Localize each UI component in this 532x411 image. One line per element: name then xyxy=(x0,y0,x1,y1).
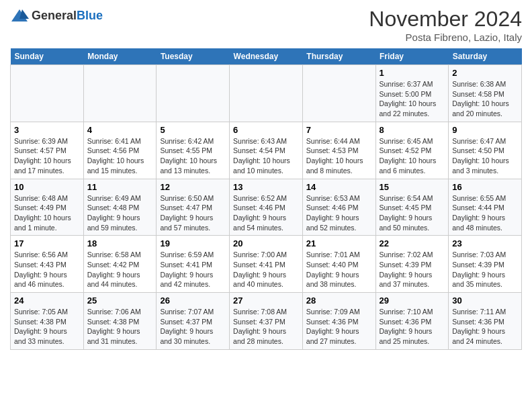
calendar-cell: 7Sunrise: 6:44 AMSunset: 4:53 PMDaylight… xyxy=(302,122,375,179)
calendar-cell: 23Sunrise: 7:03 AMSunset: 4:39 PMDayligh… xyxy=(449,236,522,293)
calendar-cell: 25Sunrise: 7:06 AMSunset: 4:38 PMDayligh… xyxy=(83,293,157,350)
day-info: Sunrise: 6:37 AMSunset: 5:00 PMDaylight:… xyxy=(380,79,445,119)
logo-general: GeneralBlue xyxy=(32,9,103,23)
calendar-cell: 14Sunrise: 6:53 AMSunset: 4:46 PMDayligh… xyxy=(302,179,375,236)
calendar-cell: 29Sunrise: 7:10 AMSunset: 4:36 PMDayligh… xyxy=(375,293,449,350)
day-number: 19 xyxy=(160,238,226,248)
day-info: Sunrise: 7:08 AMSunset: 4:37 PMDaylight:… xyxy=(233,307,299,347)
day-number: 15 xyxy=(380,182,445,192)
calendar-week-2: 3Sunrise: 6:39 AMSunset: 4:57 PMDaylight… xyxy=(11,122,522,179)
day-info: Sunrise: 6:59 AMSunset: 4:41 PMDaylight:… xyxy=(160,250,226,289)
calendar-cell: 22Sunrise: 7:02 AMSunset: 4:39 PMDayligh… xyxy=(375,236,449,293)
day-info: Sunrise: 6:44 AMSunset: 4:53 PMDaylight:… xyxy=(306,136,372,176)
day-info: Sunrise: 6:53 AMSunset: 4:46 PMDaylight:… xyxy=(306,193,372,233)
day-number: 26 xyxy=(160,295,226,306)
day-info: Sunrise: 6:43 AMSunset: 4:54 PMDaylight:… xyxy=(233,136,299,176)
calendar-cell: 4Sunrise: 6:41 AMSunset: 4:56 PMDaylight… xyxy=(83,122,157,179)
calendar-cell: 6Sunrise: 6:43 AMSunset: 4:54 PMDaylight… xyxy=(230,122,303,179)
day-info: Sunrise: 6:41 AMSunset: 4:56 PMDaylight:… xyxy=(87,136,153,176)
weekday-header-saturday: Saturday xyxy=(449,48,522,65)
day-info: Sunrise: 6:42 AMSunset: 4:55 PMDaylight:… xyxy=(160,136,226,176)
calendar-cell: 21Sunrise: 7:01 AMSunset: 4:40 PMDayligh… xyxy=(302,236,375,293)
day-info: Sunrise: 7:05 AMSunset: 4:38 PMDaylight:… xyxy=(14,307,80,347)
day-number: 29 xyxy=(380,295,445,306)
weekday-header-monday: Monday xyxy=(83,48,157,65)
day-number: 9 xyxy=(452,125,518,135)
day-info: Sunrise: 7:07 AMSunset: 4:37 PMDaylight:… xyxy=(160,307,226,347)
calendar-cell: 5Sunrise: 6:42 AMSunset: 4:55 PMDaylight… xyxy=(157,122,230,179)
day-number: 28 xyxy=(306,295,372,306)
calendar-cell: 12Sunrise: 6:50 AMSunset: 4:47 PMDayligh… xyxy=(157,179,230,236)
day-number: 30 xyxy=(452,295,518,306)
day-info: Sunrise: 7:01 AMSunset: 4:40 PMDaylight:… xyxy=(306,250,372,289)
calendar-week-4: 17Sunrise: 6:56 AMSunset: 4:43 PMDayligh… xyxy=(11,236,522,293)
day-info: Sunrise: 6:58 AMSunset: 4:42 PMDaylight:… xyxy=(87,250,153,289)
calendar-cell: 10Sunrise: 6:48 AMSunset: 4:49 PMDayligh… xyxy=(11,179,84,236)
day-info: Sunrise: 6:50 AMSunset: 4:47 PMDaylight:… xyxy=(160,193,226,233)
calendar-week-3: 10Sunrise: 6:48 AMSunset: 4:49 PMDayligh… xyxy=(11,179,522,236)
day-info: Sunrise: 7:00 AMSunset: 4:41 PMDaylight:… xyxy=(233,250,299,289)
day-number: 17 xyxy=(14,238,80,248)
calendar-week-1: 1Sunrise: 6:37 AMSunset: 5:00 PMDaylight… xyxy=(11,65,522,122)
calendar-cell: 13Sunrise: 6:52 AMSunset: 4:46 PMDayligh… xyxy=(230,179,303,236)
calendar-cell xyxy=(230,65,303,122)
day-number: 10 xyxy=(14,182,80,192)
month-title: November 2024 xyxy=(369,7,522,32)
day-number: 1 xyxy=(380,68,445,78)
day-number: 16 xyxy=(452,182,518,192)
calendar-cell: 30Sunrise: 7:11 AMSunset: 4:36 PMDayligh… xyxy=(449,293,522,350)
calendar-cell: 27Sunrise: 7:08 AMSunset: 4:37 PMDayligh… xyxy=(230,293,303,350)
calendar-cell: 17Sunrise: 6:56 AMSunset: 4:43 PMDayligh… xyxy=(11,236,84,293)
calendar-cell: 2Sunrise: 6:38 AMSunset: 4:58 PMDaylight… xyxy=(449,65,522,122)
calendar-cell: 16Sunrise: 6:55 AMSunset: 4:44 PMDayligh… xyxy=(449,179,522,236)
day-info: Sunrise: 6:38 AMSunset: 4:58 PMDaylight:… xyxy=(452,79,518,119)
calendar-cell xyxy=(302,65,375,122)
calendar-cell: 8Sunrise: 6:45 AMSunset: 4:52 PMDaylight… xyxy=(375,122,449,179)
calendar-cell: 15Sunrise: 6:54 AMSunset: 4:45 PMDayligh… xyxy=(375,179,449,236)
weekday-header-wednesday: Wednesday xyxy=(230,48,303,65)
day-info: Sunrise: 7:11 AMSunset: 4:36 PMDaylight:… xyxy=(452,307,518,347)
calendar-cell: 26Sunrise: 7:07 AMSunset: 4:37 PMDayligh… xyxy=(157,293,230,350)
day-info: Sunrise: 6:39 AMSunset: 4:57 PMDaylight:… xyxy=(14,136,80,176)
day-number: 2 xyxy=(452,68,518,78)
calendar-cell xyxy=(83,65,157,122)
day-info: Sunrise: 6:48 AMSunset: 4:49 PMDaylight:… xyxy=(14,193,80,233)
svg-marker-1 xyxy=(19,9,29,19)
weekday-header-sunday: Sunday xyxy=(11,48,84,65)
calendar-cell xyxy=(11,65,84,122)
day-number: 13 xyxy=(233,182,299,192)
day-info: Sunrise: 7:03 AMSunset: 4:39 PMDaylight:… xyxy=(452,250,518,289)
day-number: 11 xyxy=(87,182,153,192)
day-info: Sunrise: 6:56 AMSunset: 4:43 PMDaylight:… xyxy=(14,250,80,289)
calendar-cell: 20Sunrise: 7:00 AMSunset: 4:41 PMDayligh… xyxy=(230,236,303,293)
calendar-cell: 24Sunrise: 7:05 AMSunset: 4:38 PMDayligh… xyxy=(11,293,84,350)
day-info: Sunrise: 6:47 AMSunset: 4:50 PMDaylight:… xyxy=(452,136,518,176)
day-number: 12 xyxy=(160,182,226,192)
day-info: Sunrise: 6:52 AMSunset: 4:46 PMDaylight:… xyxy=(233,193,299,233)
day-info: Sunrise: 6:54 AMSunset: 4:45 PMDaylight:… xyxy=(380,193,445,233)
day-number: 22 xyxy=(380,238,445,248)
day-number: 14 xyxy=(306,182,372,192)
day-number: 23 xyxy=(452,238,518,248)
day-number: 24 xyxy=(14,295,80,306)
calendar-cell: 11Sunrise: 6:49 AMSunset: 4:48 PMDayligh… xyxy=(83,179,157,236)
day-number: 4 xyxy=(87,125,153,135)
day-number: 20 xyxy=(233,238,299,248)
weekday-header-thursday: Thursday xyxy=(302,48,375,65)
day-number: 27 xyxy=(233,295,299,306)
weekday-header-tuesday: Tuesday xyxy=(157,48,230,65)
calendar-week-5: 24Sunrise: 7:05 AMSunset: 4:38 PMDayligh… xyxy=(11,293,522,350)
calendar-cell: 28Sunrise: 7:09 AMSunset: 4:36 PMDayligh… xyxy=(302,293,375,350)
title-block: November 2024 Posta Fibreno, Lazio, Ital… xyxy=(369,7,522,43)
day-number: 5 xyxy=(160,125,226,135)
day-number: 8 xyxy=(380,125,445,135)
day-number: 3 xyxy=(14,125,80,135)
day-info: Sunrise: 7:09 AMSunset: 4:36 PMDaylight:… xyxy=(306,307,372,347)
calendar-table: SundayMondayTuesdayWednesdayThursdayFrid… xyxy=(10,48,522,350)
day-number: 7 xyxy=(306,125,372,135)
calendar-cell: 1Sunrise: 6:37 AMSunset: 5:00 PMDaylight… xyxy=(375,65,449,122)
day-info: Sunrise: 7:02 AMSunset: 4:39 PMDaylight:… xyxy=(380,250,445,289)
calendar-cell: 3Sunrise: 6:39 AMSunset: 4:57 PMDaylight… xyxy=(11,122,84,179)
calendar-cell: 18Sunrise: 6:58 AMSunset: 4:42 PMDayligh… xyxy=(83,236,157,293)
day-info: Sunrise: 7:10 AMSunset: 4:36 PMDaylight:… xyxy=(380,307,445,347)
